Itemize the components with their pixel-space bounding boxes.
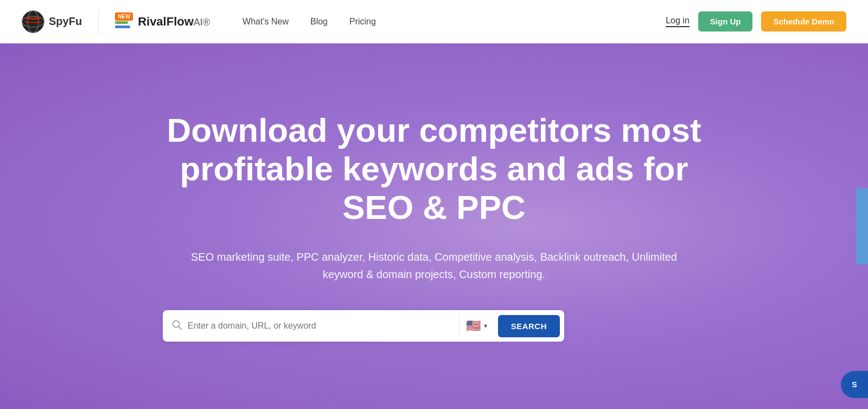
navbar-nav: What's New Blog Pricing <box>242 17 376 27</box>
rivalflow-logo[interactable]: NEW RivalFlowAI® <box>99 15 210 29</box>
schedule-demo-button[interactable]: Schedule Demo <box>761 11 846 32</box>
nav-whats-new[interactable]: What's New <box>242 17 289 27</box>
navbar-left: SpyFu NEW RivalFlowAI® <box>22 10 210 33</box>
chat-bubble[interactable]: S <box>841 371 868 398</box>
spyfu-globe-icon <box>22 10 44 33</box>
search-input[interactable] <box>188 321 455 331</box>
navbar: SpyFu NEW RivalFlowAI® What's New Blog P… <box>0 0 868 43</box>
login-link[interactable]: Log in <box>666 16 690 27</box>
country-flag: 🇺🇸 <box>466 319 481 333</box>
rf-bar-3-icon <box>115 26 130 28</box>
nav-pricing[interactable]: Pricing <box>349 17 376 27</box>
spyfu-label: SpyFu <box>49 15 82 28</box>
spyfu-logo[interactable]: SpyFu <box>22 10 99 33</box>
hero-subtitle: SEO marketing suite, PPC analyzer, Histo… <box>190 248 678 283</box>
country-selector[interactable]: 🇺🇸 ▾ <box>459 314 494 337</box>
search-bar: 🇺🇸 ▾ SEARCH <box>163 310 564 342</box>
svg-line-5 <box>178 326 181 329</box>
search-button[interactable]: SEARCH <box>498 315 560 337</box>
new-badge: NEW <box>115 12 133 21</box>
hero-content: Download your competitors most profitabl… <box>163 111 705 342</box>
hero-section: Download your competitors most profitabl… <box>0 43 868 409</box>
chat-icon: S <box>852 380 857 389</box>
search-icon <box>171 319 182 333</box>
rf-bar-2-icon <box>115 21 128 24</box>
rivalflow-label: RivalFlowAI® <box>138 15 210 29</box>
chevron-down-icon: ▾ <box>484 322 487 330</box>
accent-bar <box>856 188 868 265</box>
signup-button[interactable]: Sign Up <box>698 11 753 32</box>
hero-title: Download your competitors most profitabl… <box>163 111 705 227</box>
navbar-right: Log in Sign Up Schedule Demo <box>666 11 846 32</box>
nav-blog[interactable]: Blog <box>310 17 328 27</box>
